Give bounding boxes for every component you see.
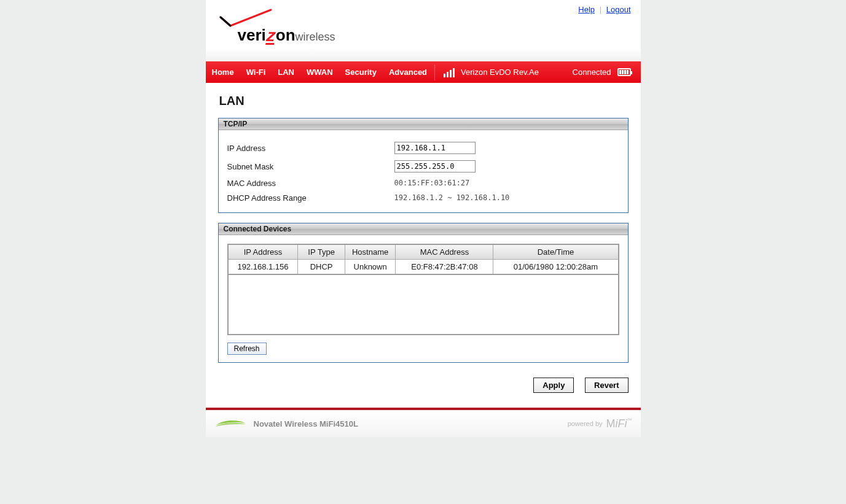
network-name: Verizon EvDO Rev.Ae [461, 68, 539, 77]
dhcp-range-label: DHCP Address Range [227, 193, 394, 203]
col-hostname: Hostname [345, 244, 396, 260]
nav-tab-lan[interactable]: LAN [272, 61, 300, 83]
nav-tab-advanced[interactable]: Advanced [383, 61, 433, 83]
connected-devices-panel: Connected Devices IP Address IP Type Hos… [218, 223, 629, 363]
apply-button[interactable]: Apply [533, 378, 574, 393]
link-separator: | [600, 5, 601, 14]
nav-tabs: Home Wi-Fi LAN WWAN Security Advanced [206, 61, 434, 83]
nav-status: Verizon EvDO Rev.Ae Connected [436, 61, 640, 83]
nav-tab-home[interactable]: Home [206, 61, 240, 83]
logout-link[interactable]: Logout [606, 5, 631, 14]
page-body: LAN TCP/IP IP Address Subnet Mask MAC Ad… [206, 83, 641, 408]
dhcp-range-value: 192.168.1.2 ~ 192.168.1.10 [394, 193, 510, 202]
ip-address-label: IP Address [227, 144, 394, 153]
tcpip-panel-header: TCP/IP [219, 118, 628, 130]
mac-address-label: MAC Address [227, 179, 394, 188]
tcpip-panel: TCP/IP IP Address Subnet Mask MAC Addres… [218, 118, 629, 213]
signal-bars-icon [444, 68, 455, 77]
help-link[interactable]: Help [578, 5, 595, 14]
nav-tab-wwan[interactable]: WWAN [300, 61, 339, 83]
subnet-mask-label: Subnet Mask [227, 162, 394, 171]
nav-tab-security[interactable]: Security [339, 61, 383, 83]
nav-divider [434, 64, 435, 80]
col-iptype: IP Type [298, 244, 345, 260]
cell-hostname: Unknown [345, 260, 396, 275]
col-ip: IP Address [228, 244, 298, 260]
col-datetime: Date/Time [493, 244, 619, 260]
cell-ip: 192.168.1.156 [228, 260, 298, 275]
subnet-mask-input[interactable] [394, 160, 476, 173]
action-row: Apply Revert [218, 373, 629, 394]
footer: Novatel Wireless MiFi4510L powered by Mi… [206, 410, 641, 437]
revert-button[interactable]: Revert [585, 378, 628, 393]
page-title: LAN [219, 94, 629, 108]
refresh-button[interactable]: Refresh [227, 343, 267, 355]
cell-mac: E0:F8:47:2B:47:08 [396, 260, 493, 275]
app-shell: Help | Logout verizonwireless Home Wi-Fi… [206, 0, 641, 437]
devices-table-empty-area [227, 275, 619, 335]
mifi-logo: MiFi™ [606, 417, 632, 430]
col-mac: MAC Address [396, 244, 493, 260]
battery-icon [617, 68, 631, 76]
ip-address-input[interactable] [394, 142, 476, 154]
connection-status: Connected [573, 68, 611, 77]
novatel-swoosh-icon [214, 418, 246, 429]
powered-by: powered by MiFi™ [568, 417, 632, 430]
verizon-wordmark: verizonwireless [238, 26, 335, 45]
cell-iptype: DHCP [298, 260, 345, 275]
devices-table-wrap: IP Address IP Type Hostname MAC Address … [227, 244, 619, 335]
cell-datetime: 01/06/1980 12:00:28am [493, 260, 619, 275]
nav-tab-wifi[interactable]: Wi-Fi [240, 61, 272, 83]
powered-by-label: powered by [568, 420, 603, 427]
main-nav: Home Wi-Fi LAN WWAN Security Advanced Ve… [206, 61, 641, 83]
table-row: 192.168.1.156 DHCP Unknown E0:F8:47:2B:4… [228, 260, 619, 275]
logo-strip: verizonwireless [206, 17, 641, 61]
devices-table-header-row: IP Address IP Type Hostname MAC Address … [228, 244, 619, 260]
mac-address-value: 00:15:FF:03:61:27 [394, 179, 470, 187]
devices-table: IP Address IP Type Hostname MAC Address … [227, 244, 619, 275]
verizon-logo: verizonwireless [218, 7, 335, 45]
connected-devices-header: Connected Devices [219, 223, 628, 235]
footer-model: Novatel Wireless MiFi4510L [254, 419, 358, 428]
